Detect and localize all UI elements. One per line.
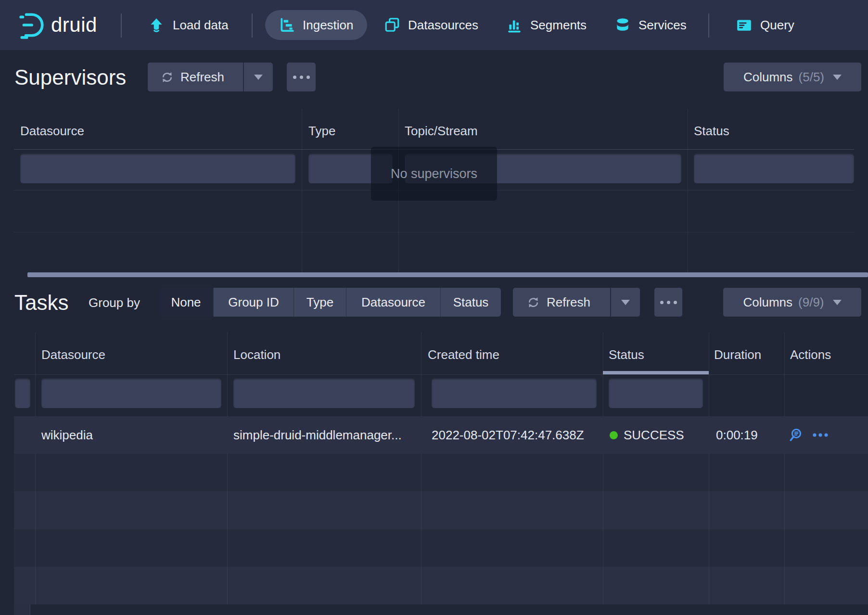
druid-console: druid Load data [0, 0, 868, 615]
row-divider [14, 232, 854, 232]
column-divider [688, 108, 688, 273]
supervisors-title: Supervisors [14, 65, 126, 90]
column-divider [784, 332, 785, 604]
nav-item-label: Services [638, 18, 687, 33]
ingestion-icon [279, 17, 295, 33]
supervisors-status-filter-input[interactable] [694, 154, 854, 183]
nav-divider [708, 13, 709, 38]
partial-row-sliver [14, 604, 30, 615]
nav-item-label: Query [760, 18, 794, 33]
query-icon [736, 17, 753, 33]
tasks-status-filter-input[interactable] [609, 378, 703, 408]
nav-item-label: Ingestion [303, 18, 354, 33]
columns-label: Columns [743, 295, 792, 310]
status-sort-indicator [603, 371, 709, 374]
nav-item-label: Datasources [408, 18, 478, 33]
nav-services[interactable]: Services [614, 0, 687, 50]
nav-item-label: Segments [530, 18, 587, 33]
task-duration-cell: 0:00:19 [716, 416, 758, 454]
status-success-dot-icon [610, 431, 618, 439]
magnify-details-icon[interactable] [789, 428, 804, 443]
task-status-cell: SUCCESS [610, 416, 684, 454]
task-actions-cell [789, 416, 829, 454]
nav-item-label: Load data [173, 18, 229, 33]
segments-icon [506, 17, 523, 33]
task-row-wikipedia: wikipedia simple-druid-middlemanager... … [14, 416, 868, 454]
group-by-status-button[interactable]: Status [440, 288, 501, 317]
nav-divider [252, 13, 253, 38]
tasks-header-location[interactable]: Location [233, 347, 281, 362]
tasks-header-duration[interactable]: Duration [714, 347, 761, 362]
datasources-icon [384, 17, 400, 33]
tasks-spacer-filter-input[interactable] [15, 378, 30, 408]
table-row [14, 529, 868, 567]
brand[interactable]: druid [18, 0, 97, 50]
tasks-more-button[interactable] [654, 288, 682, 317]
refresh-label: Refresh [180, 70, 224, 85]
supervisors-datasource-filter-input[interactable] [20, 154, 295, 183]
chevron-down-icon [833, 300, 842, 305]
nav-divider [121, 13, 122, 38]
supervisors-header-datasource[interactable]: Datasource [20, 124, 84, 139]
more-icon [660, 301, 677, 304]
columns-count: (9/9) [798, 295, 824, 310]
row-actions-more-icon[interactable] [812, 433, 829, 437]
supervisors-refresh-dropdown-button[interactable] [243, 63, 273, 91]
tasks-header-actions[interactable]: Actions [790, 347, 831, 362]
table-row [14, 454, 868, 491]
status-badge: SUCCESS [624, 428, 684, 443]
supervisors-table: Datasource Type Topic/Stream Status No s… [14, 108, 854, 273]
tasks-title: Tasks [14, 291, 68, 315]
top-nav: druid Load data [0, 0, 868, 50]
task-datasource-cell: wikipedia [41, 416, 93, 454]
task-location-cell: simple-druid-middlemanager... [233, 416, 402, 454]
column-divider [227, 332, 228, 604]
tasks-refresh-dropdown-button[interactable] [610, 288, 640, 317]
group-by-datasource-button[interactable]: Datasource [346, 288, 440, 317]
columns-label: Columns [743, 70, 793, 85]
column-divider [35, 332, 36, 604]
tasks-refresh-split-button: Refresh [513, 288, 640, 317]
tasks-columns-button[interactable]: Columns (9/9) [723, 288, 861, 317]
tasks-location-filter-input[interactable] [233, 378, 415, 408]
chevron-down-icon [621, 300, 630, 305]
supervisors-refresh-button[interactable]: Refresh [148, 63, 237, 91]
tasks-datasource-filter-input[interactable] [41, 378, 221, 408]
refresh-icon [161, 71, 174, 84]
upload-icon [148, 17, 165, 33]
druid-logo-icon [18, 11, 44, 39]
supervisors-refresh-split-button: Refresh [148, 63, 273, 91]
nav-segments[interactable]: Segments [506, 0, 587, 50]
group-by-group-id-button[interactable]: Group ID [213, 288, 294, 317]
chevron-down-icon [833, 75, 842, 80]
tasks-created-time-filter-input[interactable] [432, 378, 597, 408]
column-divider [421, 332, 421, 604]
group-by-label: Group by [89, 295, 140, 310]
tasks-refresh-button[interactable]: Refresh [513, 288, 604, 317]
tasks-header-datasource[interactable]: Datasource [41, 347, 105, 362]
tasks-table: Datasource Location Created time Status … [14, 332, 868, 604]
group-by-type-button[interactable]: Type [294, 288, 346, 317]
nav-ingestion[interactable]: Ingestion [265, 10, 367, 40]
supervisors-header-topic-stream[interactable]: Topic/Stream [405, 124, 478, 139]
tasks-header-created-time[interactable]: Created time [428, 347, 499, 362]
supervisors-horizontal-scrollbar[interactable] [27, 272, 868, 277]
table-row [14, 567, 868, 604]
tasks-header-status[interactable]: Status [609, 347, 644, 362]
nav-query[interactable]: Query [736, 0, 794, 50]
nav-load-data[interactable]: Load data [148, 0, 229, 50]
brand-name: druid [51, 13, 97, 37]
supervisors-header-status[interactable]: Status [694, 124, 729, 139]
column-divider [709, 332, 709, 604]
services-icon [614, 17, 631, 33]
refresh-label: Refresh [547, 295, 590, 310]
columns-count: (5/5) [799, 70, 824, 85]
supervisors-columns-button[interactable]: Columns (5/5) [724, 63, 861, 91]
column-divider [302, 108, 302, 273]
nav-datasources[interactable]: Datasources [384, 0, 478, 50]
supervisors-header-type[interactable]: Type [308, 124, 335, 139]
group-by-none-button[interactable]: None [159, 288, 213, 317]
table-row [14, 491, 868, 529]
task-created-time-cell: 2022-08-02T07:42:47.638Z [432, 416, 584, 454]
supervisors-more-button[interactable] [287, 63, 316, 91]
